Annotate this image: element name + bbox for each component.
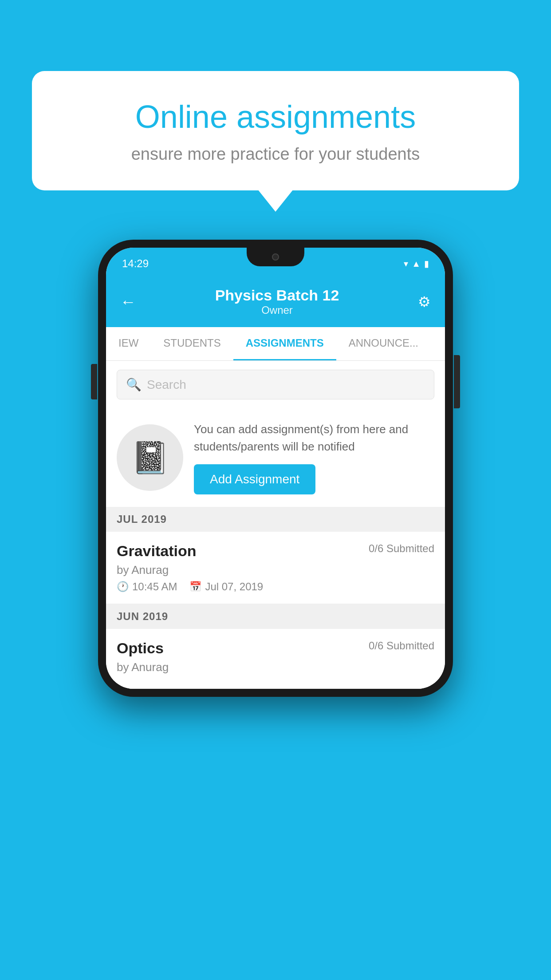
search-input-wrapper[interactable]: 🔍 Search	[117, 370, 434, 399]
search-container: 🔍 Search	[106, 361, 445, 408]
assignment-notebook-icon: 📓	[131, 439, 169, 476]
assignment-top-row: Gravitation 0/6 Submitted	[117, 542, 434, 560]
speech-bubble: Online assignments ensure more practice …	[32, 71, 519, 190]
camera-dot	[272, 253, 279, 261]
section-header-jun: JUN 2019	[106, 604, 445, 629]
notch-cutout	[247, 248, 304, 266]
meta-time-gravitation: 🕐 10:45 AM	[117, 581, 177, 593]
tab-announcements[interactable]: ANNOUNCE...	[336, 327, 431, 360]
header-center: Physics Batch 12 Owner	[136, 287, 418, 316]
info-description: You can add assignment(s) from here and …	[194, 421, 434, 455]
assignment-item-optics[interactable]: Optics 0/6 Submitted by Anurag	[106, 629, 445, 689]
date-value-gravitation: Jul 07, 2019	[205, 581, 263, 593]
assignment-by-optics: by Anurag	[117, 660, 434, 674]
section-header-jul: JUL 2019	[106, 507, 445, 532]
search-icon: 🔍	[126, 377, 142, 392]
status-bar: 14:29 ▾ ▲ ▮	[106, 248, 445, 280]
bubble-title: Online assignments	[63, 98, 488, 136]
tab-assignments[interactable]: ASSIGNMENTS	[233, 327, 336, 360]
phone-screen: 14:29 ▾ ▲ ▮ ← Physics Batch 12 Owner ⚙	[106, 248, 445, 689]
search-placeholder: Search	[147, 378, 186, 392]
status-icons: ▾ ▲ ▮	[404, 258, 429, 269]
status-time: 14:29	[122, 257, 149, 270]
tab-iew[interactable]: IEW	[106, 327, 151, 360]
assignment-item-gravitation[interactable]: Gravitation 0/6 Submitted by Anurag 🕐 10…	[106, 532, 445, 604]
tabs-bar: IEW STUDENTS ASSIGNMENTS ANNOUNCE...	[106, 327, 445, 361]
submitted-badge-gravitation: 0/6 Submitted	[369, 542, 434, 555]
back-button[interactable]: ←	[120, 292, 136, 311]
info-section: 📓 You can add assignment(s) from here an…	[106, 408, 445, 507]
assignment-meta-gravitation: 🕐 10:45 AM 📅 Jul 07, 2019	[117, 581, 434, 593]
signal-icon: ▲	[412, 259, 421, 269]
calendar-icon-gravitation: 📅	[189, 581, 201, 593]
add-assignment-button[interactable]: Add Assignment	[194, 464, 315, 494]
info-text-area: You can add assignment(s) from here and …	[194, 421, 434, 494]
app-header: ← Physics Batch 12 Owner ⚙	[106, 280, 445, 327]
tab-students[interactable]: STUDENTS	[151, 327, 233, 360]
header-title: Physics Batch 12	[136, 287, 418, 304]
speech-bubble-container: Online assignments ensure more practice …	[32, 71, 519, 190]
assignment-name-gravitation: Gravitation	[117, 542, 196, 560]
header-subtitle: Owner	[136, 304, 418, 316]
meta-date-gravitation: 📅 Jul 07, 2019	[189, 581, 263, 593]
assignment-top-row-optics: Optics 0/6 Submitted	[117, 640, 434, 657]
phone-outer: 14:29 ▾ ▲ ▮ ← Physics Batch 12 Owner ⚙	[98, 240, 453, 697]
clock-icon-gravitation: 🕐	[117, 581, 129, 593]
phone-wrapper: 14:29 ▾ ▲ ▮ ← Physics Batch 12 Owner ⚙	[98, 240, 453, 697]
wifi-icon: ▾	[404, 258, 408, 269]
settings-button[interactable]: ⚙	[418, 293, 431, 310]
assignment-icon-circle: 📓	[117, 424, 183, 491]
assignment-by-gravitation: by Anurag	[117, 563, 434, 577]
bubble-subtitle: ensure more practice for your students	[63, 145, 488, 164]
battery-icon: ▮	[424, 258, 429, 269]
submitted-badge-optics: 0/6 Submitted	[369, 640, 434, 652]
assignment-name-optics: Optics	[117, 640, 164, 657]
time-value-gravitation: 10:45 AM	[132, 581, 177, 593]
